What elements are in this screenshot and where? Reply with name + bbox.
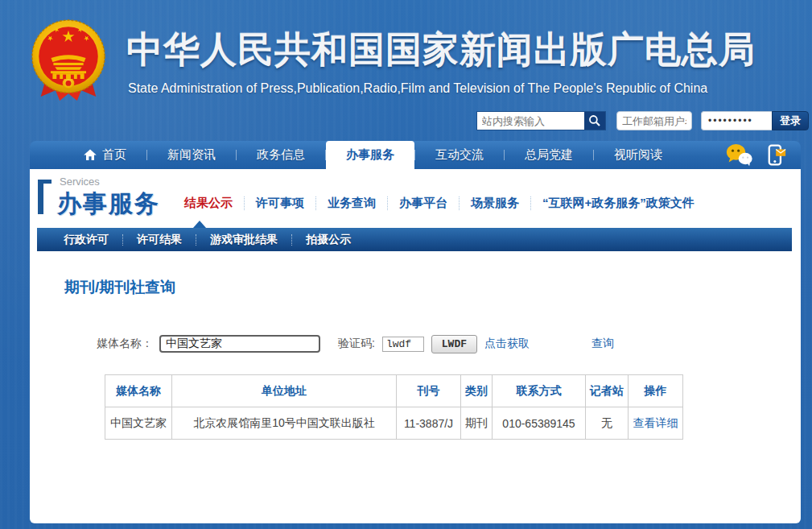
subnav-items: 行政许可许可结果游戏审批结果拍摄公示 bbox=[50, 228, 365, 251]
main-navbar: 首页新闻资讯政务信息办事服务互动交流总局党建视听阅读 bbox=[30, 141, 801, 169]
table-cell: 11-3887/J bbox=[397, 407, 461, 440]
services-tab-license-items[interactable]: 许可事项 bbox=[245, 196, 315, 211]
search-button[interactable] bbox=[584, 112, 605, 130]
captcha-input[interactable] bbox=[382, 337, 424, 352]
services-tabs: 结果公示许可事项业务查询办事平台场景服务“互联网+政务服务”政策文件 bbox=[173, 179, 706, 228]
services-tab-results-publicity[interactable]: 结果公示 bbox=[173, 196, 244, 211]
nav-item-label: 互动交流 bbox=[435, 147, 484, 163]
column-header: 类别 bbox=[461, 375, 493, 407]
bracket-decoration bbox=[38, 180, 52, 214]
nav-item-label: 首页 bbox=[102, 147, 126, 163]
site-search bbox=[476, 111, 606, 130]
nav-icons bbox=[726, 141, 786, 169]
nav-item-party-building[interactable]: 总局党建 bbox=[505, 141, 593, 169]
captcha-code-button[interactable]: LWDF bbox=[431, 335, 477, 353]
password-input[interactable] bbox=[701, 111, 772, 130]
page-title: 期刊/期刊社查询 bbox=[64, 277, 175, 298]
nav-item-label: 总局党建 bbox=[525, 147, 573, 163]
content-panel: Services 办事服务 结果公示许可事项业务查询办事平台场景服务“互联网+政… bbox=[30, 169, 801, 523]
captcha-label: 验证码: bbox=[338, 337, 375, 351]
nav-item-label: 政务信息 bbox=[257, 147, 305, 163]
main-nav-items: 首页新闻资讯政务信息办事服务互动交流总局党建视听阅读 bbox=[30, 141, 682, 169]
nav-item-gov-info[interactable]: 政务信息 bbox=[237, 141, 325, 169]
table-header-row: 媒体名称单位地址刊号类别联系方式记者站操作 bbox=[105, 375, 683, 407]
subnav-item-administrative-license[interactable]: 行政许可 bbox=[50, 233, 122, 247]
services-tab-internet-policy-files[interactable]: “互联网+政务服务”政策文件 bbox=[531, 196, 706, 211]
nav-item-home[interactable]: 首页 bbox=[64, 141, 146, 169]
home-icon bbox=[84, 149, 97, 161]
services-header: Services 办事服务 结果公示许可事项业务查询办事平台场景服务“互联网+政… bbox=[30, 169, 801, 228]
site-subtitle: State Administration of Press,Publicatio… bbox=[128, 81, 707, 96]
column-header: 刊号 bbox=[397, 375, 461, 407]
services-title: 办事服务 bbox=[57, 188, 160, 221]
subnav-item-license-results[interactable]: 许可结果 bbox=[123, 233, 196, 247]
column-header: 操作 bbox=[629, 375, 683, 407]
site-title: 中华人民共和国国家新闻出版广电总局 bbox=[126, 26, 756, 74]
login-button[interactable]: 登录 bbox=[772, 111, 809, 130]
column-header: 联系方式 bbox=[493, 375, 586, 407]
services-tab-scenario-services[interactable]: 场景服务 bbox=[460, 196, 530, 211]
site-header: 中华人民共和国国家新闻出版广电总局 State Administration o… bbox=[0, 0, 812, 141]
wechat-icon[interactable] bbox=[726, 143, 753, 167]
table-cell: 中国文艺家 bbox=[105, 407, 172, 440]
active-tab-pointer bbox=[193, 221, 206, 228]
column-header: 记者站 bbox=[586, 375, 629, 407]
view-detail-link[interactable]: 查看详细 bbox=[633, 416, 678, 429]
services-eyebrow: Services bbox=[60, 176, 100, 188]
query-form: 媒体名称： 验证码: LWDF 点击获取 查询 bbox=[97, 333, 614, 354]
column-header: 单位地址 bbox=[172, 375, 397, 407]
table-row: 中国文艺家北京农展馆南里10号中国文联出版社11-3887/J期刊010-653… bbox=[105, 407, 683, 440]
national-emblem-icon bbox=[29, 16, 108, 105]
table-cell: 期刊 bbox=[461, 407, 493, 440]
subnav-bar: 行政许可许可结果游戏审批结果拍摄公示 bbox=[37, 228, 792, 251]
subnav-item-filming-publicity[interactable]: 拍摄公示 bbox=[292, 233, 365, 247]
table-cell: 查看详细 bbox=[629, 407, 683, 440]
table-body: 中国文艺家北京农展馆南里10号中国文联出版社11-3887/J期刊010-653… bbox=[105, 407, 683, 440]
nav-item-audio-visual[interactable]: 视听阅读 bbox=[594, 141, 682, 169]
nav-item-label: 办事服务 bbox=[346, 147, 394, 163]
nav-item-interaction[interactable]: 互动交流 bbox=[415, 141, 504, 169]
nav-item-news[interactable]: 新闻资讯 bbox=[147, 141, 236, 169]
mobile-icon[interactable] bbox=[768, 144, 786, 166]
nav-item-label: 新闻资讯 bbox=[167, 147, 216, 163]
services-tab-service-platform[interactable]: 办事平台 bbox=[388, 196, 459, 211]
column-header: 媒体名称 bbox=[105, 375, 172, 407]
services-tab-business-query[interactable]: 业务查询 bbox=[316, 196, 387, 211]
login-group: 登录 bbox=[701, 111, 809, 130]
table-cell: 010-65389145 bbox=[493, 407, 586, 440]
search-input[interactable] bbox=[477, 112, 584, 130]
email-username-input[interactable] bbox=[616, 111, 692, 130]
page: 中华人民共和国国家新闻出版广电总局 State Administration o… bbox=[0, 0, 812, 529]
results-table: 媒体名称单位地址刊号类别联系方式记者站操作 中国文艺家北京农展馆南里10号中国文… bbox=[105, 374, 683, 440]
query-link[interactable]: 查询 bbox=[591, 337, 614, 351]
nav-item-services[interactable]: 办事服务 bbox=[326, 141, 414, 169]
media-name-label: 媒体名称： bbox=[97, 337, 153, 351]
nav-item-label: 视听阅读 bbox=[614, 147, 662, 163]
subnav-item-game-approval-results[interactable]: 游戏审批结果 bbox=[196, 233, 291, 247]
table-cell: 北京农展馆南里10号中国文联出版社 bbox=[172, 407, 397, 440]
table-cell: 无 bbox=[586, 407, 629, 440]
captcha-refresh-link[interactable]: 点击获取 bbox=[484, 337, 530, 351]
media-name-input[interactable] bbox=[159, 335, 320, 353]
search-icon bbox=[588, 114, 601, 127]
